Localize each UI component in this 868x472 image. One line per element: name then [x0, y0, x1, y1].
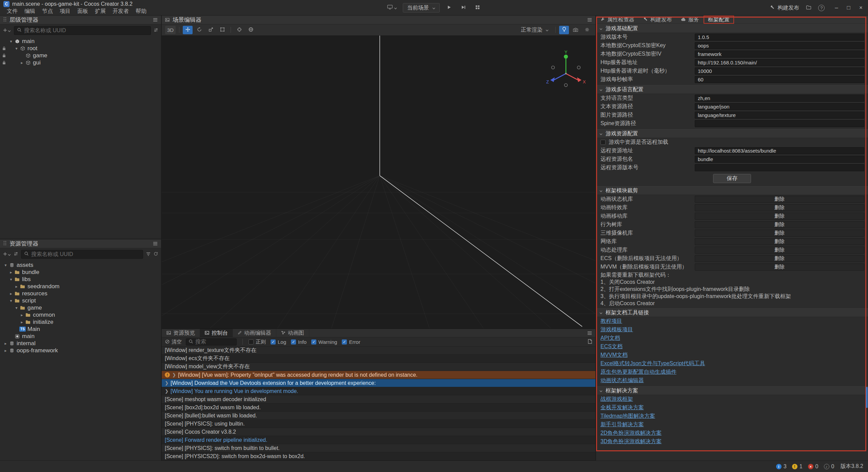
inspector-scrollbar[interactable]: [866, 387, 868, 408]
assets-item-internal[interactable]: ▸internal: [0, 340, 161, 347]
doc-link[interactable]: 2D角色扮演游戏解决方案: [600, 430, 662, 437]
delete-module-button[interactable]: 删除: [695, 213, 864, 220]
expand-arrow[interactable]: ▾: [14, 306, 19, 310]
menu-item-5[interactable]: 扩展: [92, 7, 109, 15]
assets-search-input[interactable]: [31, 251, 140, 257]
assets-sort-icon[interactable]: [14, 251, 18, 257]
expand-arrow[interactable]: ▸: [3, 348, 8, 353]
menu-item-1[interactable]: 编辑: [21, 7, 39, 15]
menu-item-2[interactable]: 节点: [39, 7, 56, 15]
close-button[interactable]: ×: [859, 4, 863, 11]
orientation-gizmo[interactable]: Y X Z: [544, 50, 588, 94]
build-publish-button[interactable]: 构建发布: [770, 4, 799, 12]
move-tool-button[interactable]: [183, 26, 193, 34]
doc-link[interactable]: 动画状态机编辑器: [600, 377, 644, 384]
assets-item-Main[interactable]: TSMain: [0, 326, 161, 333]
prop-input[interactable]: framework: [695, 51, 864, 58]
scene-camera-button[interactable]: [571, 26, 580, 34]
assets-item-main[interactable]: main: [0, 333, 161, 340]
log-row[interactable]: [Window] render_texture文件夹不存在: [162, 347, 595, 355]
checkbox[interactable]: ✓: [291, 339, 296, 345]
log-row[interactable]: [Scene] [PHYSICS2D]: switch from box2d-w…: [162, 452, 595, 460]
log-row[interactable]: [Window] ecs文件夹不存在: [162, 355, 595, 363]
filter-Info[interactable]: ✓Info: [291, 339, 307, 345]
inspector-tab-2[interactable]: 服务: [676, 16, 704, 24]
hierarchy-search-input[interactable]: [24, 27, 148, 34]
assets-item-script[interactable]: ▾script: [0, 297, 161, 304]
expand-arrow[interactable]: ▸: [14, 284, 19, 289]
panel-menu-icon[interactable]: [587, 329, 595, 337]
assets-item-oops-framework[interactable]: ▸oops-framework: [0, 347, 161, 354]
filter-Warning[interactable]: ✓Warning: [311, 339, 337, 345]
menu-item-7[interactable]: 帮助: [132, 7, 150, 15]
prop-input[interactable]: bundle: [695, 156, 864, 163]
log-row[interactable]: [Scene] [bullet]:bullet wasm lib loaded.: [162, 412, 595, 420]
prop-input[interactable]: http://localhost:8083/assets/bundle: [695, 147, 864, 154]
prop-input[interactable]: 60: [695, 76, 864, 83]
expand-arrow[interactable]: ▸: [8, 291, 14, 296]
section-header-1[interactable]: 游戏多语言配置: [596, 85, 868, 94]
menu-item-0[interactable]: 文件: [3, 7, 21, 15]
create-asset-button[interactable]: [3, 251, 11, 257]
prop-input[interactable]: oops: [695, 42, 864, 49]
clear-console-button[interactable]: 清空: [165, 339, 182, 345]
open-log-file-icon[interactable]: [588, 339, 592, 345]
inspector-tab-3[interactable]: 框架配置: [704, 16, 734, 24]
doc-link[interactable]: 教程项目: [600, 318, 622, 325]
log-row[interactable]: [Scene] [PHYSICS]: using builtin.: [162, 420, 595, 428]
doc-link[interactable]: 战棋游戏框架: [600, 396, 633, 403]
expand-arrow[interactable]: ▾: [8, 298, 14, 303]
layout-button[interactable]: [472, 3, 482, 13]
prop-input[interactable]: http://192.168.0.150/main/: [695, 59, 864, 66]
hierarchy-item-gui[interactable]: ▸gui: [0, 59, 161, 66]
delete-module-button[interactable]: 删除: [695, 196, 864, 203]
checkbox[interactable]: ✓: [311, 339, 316, 345]
log-row[interactable]: [Window] model_view文件夹不存在: [162, 363, 595, 371]
expand-arrow[interactable]: ▾: [8, 277, 14, 282]
doc-link[interactable]: Tiledmap地图解决方案: [600, 413, 655, 420]
scene-settings-gear-icon[interactable]: [582, 26, 592, 34]
status-count-error[interactable]: ×0: [808, 464, 818, 470]
console-search-input[interactable]: [195, 339, 234, 345]
assets-item-common[interactable]: ▸common: [0, 311, 161, 318]
scene-select[interactable]: 当前场景: [403, 3, 440, 13]
panel-menu-icon[interactable]: [153, 17, 158, 23]
doc-link[interactable]: 新手引导解决方案: [600, 421, 644, 428]
scene-viewport[interactable]: Y X Z: [162, 36, 595, 328]
filter-Log[interactable]: ✓Log: [271, 339, 286, 345]
log-row[interactable]: [Scene] [box2d]:box2d wasm lib loaded.: [162, 404, 595, 412]
assets-item-bundle[interactable]: ▸bundle: [0, 269, 161, 276]
log-row[interactable]: ❯[Window] You are running Vue in develop…: [162, 387, 595, 395]
help-icon[interactable]: ?: [818, 5, 825, 11]
panel-menu-icon[interactable]: [153, 240, 158, 247]
menu-item-4[interactable]: 面板: [74, 7, 92, 15]
prop-input[interactable]: [695, 120, 864, 127]
render-mode-select[interactable]: 正常渲染: [517, 26, 552, 34]
prop-input[interactable]: language/json: [695, 103, 864, 110]
open-project-folder-icon[interactable]: [806, 5, 811, 11]
checkbox[interactable]: ✓: [342, 339, 347, 345]
world-local-toggle-button[interactable]: [246, 26, 256, 34]
doc-link[interactable]: ECS文档: [600, 343, 623, 350]
log-row[interactable]: ❯[Window] Download the Vue Devtools exte…: [162, 379, 595, 387]
status-count-info[interactable]: i3: [776, 464, 787, 470]
remote-load-checkbox[interactable]: [600, 140, 606, 145]
status-count-notice[interactable]: ♪0: [824, 464, 834, 470]
expand-arrow[interactable]: ▸: [8, 270, 14, 275]
assets-item-libs[interactable]: ▾libs: [0, 276, 161, 283]
doc-link[interactable]: 游戏模板项目: [600, 326, 633, 333]
prop-input[interactable]: language/texture: [695, 112, 864, 119]
inspector-tab-0[interactable]: 属性检查器: [596, 16, 639, 24]
create-node-button[interactable]: [3, 27, 11, 34]
section-header-5[interactable]: 框架解决方案: [596, 386, 868, 395]
checkbox[interactable]: [249, 339, 254, 345]
hierarchy-item-main[interactable]: ▾main: [0, 38, 161, 45]
minimize-button[interactable]: –: [835, 4, 838, 11]
log-row[interactable]: [Scene] Cocos Creator v3.8.2: [162, 428, 595, 436]
delete-module-button[interactable]: 删除: [695, 221, 864, 228]
doc-link[interactable]: API文档: [600, 335, 620, 342]
assets-item-resources[interactable]: ▸resources: [0, 290, 161, 297]
expand-arrow[interactable]: ▸: [19, 313, 25, 317]
filter-Error[interactable]: ✓Error: [342, 339, 360, 345]
expand-arrow[interactable]: ▾: [14, 46, 19, 51]
